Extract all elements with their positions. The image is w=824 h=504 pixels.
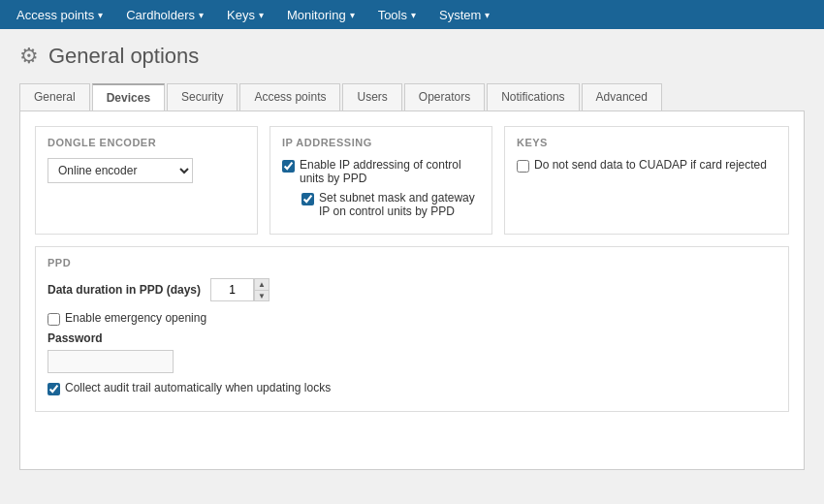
dongle-section-title: DONGLE ENCODER [48,137,245,148]
spinner-up[interactable]: ▲ [254,278,269,290]
ip-subnet-checkbox[interactable] [301,193,314,205]
data-duration-input[interactable] [210,278,254,301]
nav-keys[interactable]: Keys ▾ [215,3,275,27]
keys-section: KEYS Do not send data to CUADAP if card … [504,126,789,235]
audit-trail-row: Collect audit trail automatically when u… [48,381,776,395]
nav-system-arrow: ▾ [485,10,490,20]
tab-bar: General Devices Security Access points U… [19,83,805,111]
encoder-select[interactable]: Online encoder Offline encoder [48,158,193,183]
emergency-opening-checkbox[interactable] [48,313,60,326]
keys-checkbox1-row: Do not send data to CUADAP if card rejec… [517,158,776,173]
audit-trail-label: Collect audit trail automatically when u… [65,381,331,394]
nav-tools-arrow: ▾ [411,10,416,20]
tab-notifications[interactable]: Notifications [487,83,579,110]
page-content: ⚙ General options General Devices Securi… [0,29,824,504]
spinner-arrows: ▲ ▼ [254,278,269,301]
top-sections-row: DONGLE ENCODER Online encoder Offline en… [35,126,789,235]
ip-checkbox1-row: Enable IP addressing of control units by… [282,158,480,185]
main-panel: DONGLE ENCODER Online encoder Offline en… [19,111,805,470]
ip-checkbox2-row: Set subnet mask and gateway IP on contro… [301,191,480,218]
emergency-opening-row: Enable emergency opening [48,311,776,326]
tab-devices[interactable]: Devices [92,83,165,110]
tab-access-points[interactable]: Access points [239,83,340,110]
ip-enable-checkbox[interactable] [282,160,295,173]
password-field-area: Password [48,331,776,373]
keys-cuadap-checkbox[interactable] [517,160,529,173]
tab-general[interactable]: General [19,83,90,110]
nav-cardholders[interactable]: Cardholders ▾ [114,3,215,27]
ppd-section: PPD Data duration in PPD (days) ▲ ▼ Enab… [35,246,789,412]
nav-monitoring[interactable]: Monitoring ▾ [275,3,366,27]
audit-trail-checkbox[interactable] [48,383,60,395]
page-title-area: ⚙ General options [19,44,805,69]
ppd-section-title: PPD [48,257,776,268]
data-duration-row: Data duration in PPD (days) ▲ ▼ [48,278,776,301]
dongle-encoder-section: DONGLE ENCODER Online encoder Offline en… [35,126,258,235]
nav-monitoring-arrow: ▾ [350,10,355,20]
ip-subnet-label: Set subnet mask and gateway IP on contro… [319,191,480,218]
password-input[interactable] [48,350,174,373]
password-label: Password [48,331,776,345]
nav-system[interactable]: System ▾ [428,3,501,27]
nav-access-points-arrow: ▾ [98,10,103,20]
tab-security[interactable]: Security [167,83,238,110]
keys-cuadap-label: Do not send data to CUADAP if card rejec… [534,158,767,172]
nav-keys-arrow: ▾ [259,10,264,20]
data-duration-label: Data duration in PPD (days) [48,283,201,297]
nav-tools[interactable]: Tools ▾ [366,3,428,27]
emergency-opening-label: Enable emergency opening [65,311,206,325]
tab-users[interactable]: Users [342,83,401,110]
nav-cardholders-arrow: ▾ [199,10,204,20]
spinner-down[interactable]: ▼ [254,290,269,301]
page-title: General options [48,44,199,69]
tab-advanced[interactable]: Advanced [582,83,662,110]
data-duration-spinner: ▲ ▼ [210,278,269,301]
gear-icon: ⚙ [19,44,39,69]
ip-section-title: IP ADDRESSING [282,137,480,148]
keys-section-title: KEYS [517,137,776,148]
top-navigation: Access points ▾ Cardholders ▾ Keys ▾ Mon… [0,0,824,29]
ip-enable-label: Enable IP addressing of control units by… [300,158,480,185]
tab-operators[interactable]: Operators [404,83,485,110]
panel-inner: DONGLE ENCODER Online encoder Offline en… [20,111,804,438]
nav-access-points[interactable]: Access points ▾ [5,3,114,27]
ip-addressing-section: IP ADDRESSING Enable IP addressing of co… [269,126,492,235]
